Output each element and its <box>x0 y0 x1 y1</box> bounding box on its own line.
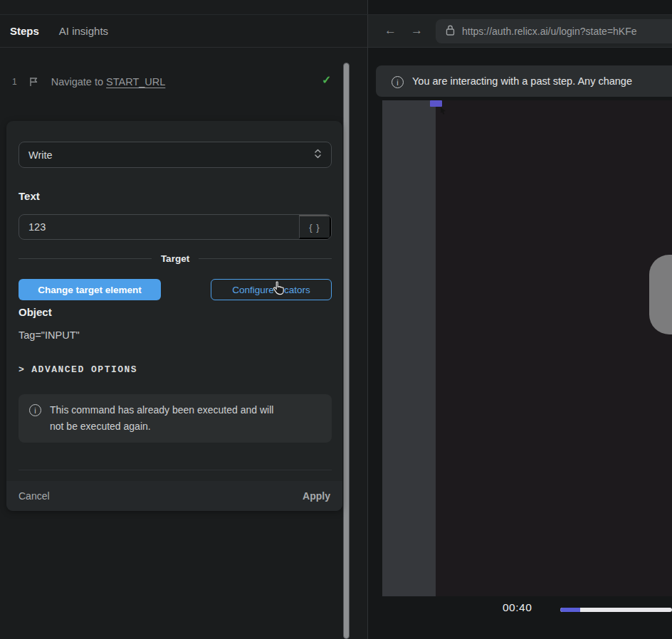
replay-screen-region <box>436 100 672 596</box>
executed-info-message: This command has already been executed a… <box>50 402 285 435</box>
lock-icon <box>446 25 455 38</box>
target-section-label: Target <box>161 253 189 264</box>
start-url-link[interactable]: START_URL <box>106 76 165 88</box>
cancel-button[interactable]: Cancel <box>19 490 50 502</box>
text-input-group: { } <box>19 214 332 240</box>
player-timestamp: 00:40 <box>503 601 532 614</box>
back-arrow-button[interactable]: ← <box>384 23 397 38</box>
chevrons-up-down-icon <box>314 149 322 162</box>
info-icon: i <box>392 76 404 88</box>
player-progress-fill <box>560 608 580 612</box>
titlebar-divider <box>0 14 672 15</box>
executed-info-box: i This command has already been executed… <box>19 394 332 443</box>
step-text-prefix: Navigate to <box>51 76 103 88</box>
configure-locators-button[interactable]: Configure locators <box>211 279 332 300</box>
flag-icon <box>29 77 38 87</box>
app-window: Steps AI insights 1 Navigate to START_UR… <box>0 0 672 639</box>
step-editor-card: Write Text { } Target Change target elem <box>6 121 342 511</box>
forward-arrow-button[interactable]: → <box>411 23 423 38</box>
target-section-divider: Target <box>19 252 332 265</box>
info-icon: i <box>29 404 41 416</box>
command-select-value: Write <box>28 149 53 161</box>
replay-sidebar-region <box>382 100 436 596</box>
object-label: Object <box>19 306 52 318</box>
panel-scrollbar[interactable] <box>343 63 350 639</box>
text-input[interactable] <box>19 215 299 239</box>
divider-line <box>19 258 152 259</box>
floating-handle-pill[interactable] <box>649 255 672 334</box>
past-step-banner-text: You are interacting with a past step. An… <box>412 75 632 87</box>
url-text: https://auth.relicx.ai/u/login?state=hKF… <box>462 26 637 37</box>
url-bar[interactable]: https://auth.relicx.ai/u/login?state=hKF… <box>436 19 672 43</box>
divider-line <box>199 258 332 259</box>
step-number: 1 <box>12 77 17 87</box>
mouse-cursor-icon <box>273 281 285 298</box>
change-target-element-button[interactable]: Change target element <box>19 279 161 300</box>
advanced-options-label: ADVANCED OPTIONS <box>31 364 137 375</box>
text-field-label: Text <box>19 190 40 202</box>
editor-footer: Cancel Apply <box>6 481 342 511</box>
recorded-cursor-icon <box>440 105 446 117</box>
object-value: Tag="INPUT" <box>19 329 80 341</box>
player-progress-bar[interactable] <box>560 608 672 612</box>
footer-divider <box>19 470 332 470</box>
tab-ai-insights[interactable]: AI insights <box>59 25 108 37</box>
past-step-banner: i You are interacting with a past step. … <box>376 65 672 97</box>
step-row[interactable]: 1 Navigate to START_URL ✓ <box>0 71 342 93</box>
step-passed-check-icon: ✓ <box>322 73 331 87</box>
apply-button[interactable]: Apply <box>303 490 330 502</box>
panel-tabbar: Steps AI insights <box>0 15 367 48</box>
steps-panel: Steps AI insights 1 Navigate to START_UR… <box>0 0 368 639</box>
tab-steps[interactable]: Steps <box>10 25 39 37</box>
step-description: Navigate to START_URL <box>51 76 166 88</box>
advanced-options-toggle[interactable]: > ADVANCED OPTIONS <box>19 364 137 375</box>
browser-toolbar: ← → https://auth.relicx.ai/u/login?state… <box>368 15 672 48</box>
command-select[interactable]: Write <box>19 142 332 168</box>
insert-variable-button[interactable]: { } <box>299 215 331 239</box>
chevron-right-icon: > <box>19 364 25 375</box>
browser-preview-panel: ← → https://auth.relicx.ai/u/login?state… <box>368 0 672 639</box>
